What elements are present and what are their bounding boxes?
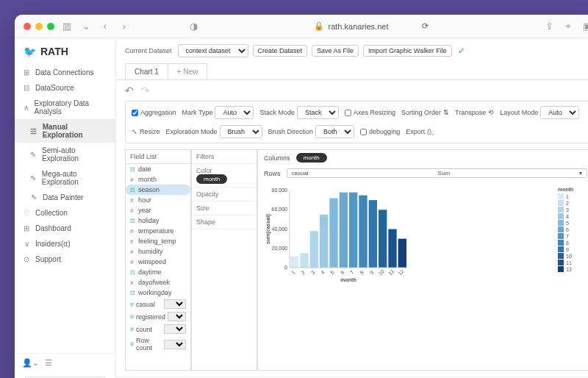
debugging-checkbox[interactable] bbox=[360, 129, 367, 135]
layoutmode-select[interactable]: Auto bbox=[540, 106, 579, 119]
rows-field[interactable]: casualSum▾ bbox=[287, 168, 587, 178]
sidebar-item-support[interactable]: ⊙Support bbox=[15, 252, 115, 267]
reload-icon[interactable]: ⟳ bbox=[422, 21, 429, 31]
filters-shelf[interactable]: Filters bbox=[192, 150, 257, 164]
sort-icon[interactable]: ⇅ bbox=[443, 109, 449, 116]
address-bar[interactable]: 🔒 rath.kanaries.net ⟳ bbox=[206, 21, 537, 31]
sidebar-item-datasource[interactable]: ⊟DataSource bbox=[15, 80, 115, 96]
import-walker-button[interactable]: Import Graphic Walker File bbox=[363, 45, 452, 57]
svg-rect-15 bbox=[340, 193, 348, 268]
save-as-file-button[interactable]: Save As File bbox=[312, 45, 359, 57]
explmode-select[interactable]: Brush bbox=[220, 125, 262, 138]
field-temperature[interactable]: #temperature bbox=[126, 226, 190, 236]
nav-icon: ⊞ bbox=[22, 68, 31, 76]
sidebar-item-mega-auto-exploration[interactable]: ✎Mega-auto Exploration bbox=[15, 166, 115, 190]
field-humidity[interactable]: #humidity bbox=[126, 246, 190, 257]
lock-icon: 🔒 bbox=[314, 21, 324, 31]
field-dayofweek[interactable]: #dayofweek bbox=[126, 277, 190, 288]
rows-label: Rows bbox=[264, 170, 281, 177]
sidebar-item-collection[interactable]: ♡Collection bbox=[15, 205, 115, 221]
nav-icon: ♡ bbox=[22, 209, 31, 217]
svg-text:10: 10 bbox=[378, 268, 386, 277]
svg-text:month: month bbox=[340, 277, 356, 282]
tabs-icon[interactable]: ▣ bbox=[581, 20, 588, 33]
svg-text:9: 9 bbox=[369, 269, 375, 275]
bar-chart[interactable]: 020,00040,00060,00080,000123456789101112… bbox=[264, 187, 552, 364]
columns-pill[interactable]: month bbox=[296, 153, 327, 163]
svg-text:20,000: 20,000 bbox=[272, 246, 288, 251]
field-date[interactable]: ⊡date bbox=[126, 164, 190, 174]
sidebar-item-insiders-[interactable]: ∨Insiders(α) bbox=[15, 236, 115, 252]
opacity-shelf[interactable]: Opacity bbox=[192, 188, 257, 202]
color-pill[interactable]: month bbox=[196, 174, 227, 184]
create-dataset-button[interactable]: Create Dataset bbox=[253, 45, 308, 57]
measure-casual[interactable]: #casual bbox=[126, 298, 190, 310]
field-list-panel: Field List ⊡date#month⊡season#hour#year⊡… bbox=[125, 149, 191, 371]
dataset-select[interactable]: context dataset bbox=[178, 44, 248, 57]
close-window-button[interactable] bbox=[24, 23, 31, 30]
aggregation-checkbox[interactable] bbox=[132, 110, 138, 116]
svg-text:3: 3 bbox=[310, 269, 316, 275]
svg-text:sum(casual): sum(casual) bbox=[265, 214, 271, 244]
field-hour[interactable]: #hour bbox=[126, 195, 190, 205]
axes-resizing-checkbox[interactable] bbox=[345, 110, 351, 116]
minimize-window-button[interactable] bbox=[35, 23, 43, 30]
tab-new[interactable]: + New bbox=[168, 63, 208, 79]
back-button[interactable]: ‹ bbox=[98, 20, 112, 33]
forward-button[interactable]: › bbox=[118, 20, 131, 33]
sidebar-item-data-connections[interactable]: ⊞Data Connections bbox=[15, 65, 115, 80]
tab-chart1[interactable]: Chart 1 bbox=[125, 63, 168, 79]
nav-icon: ⊞ bbox=[22, 224, 31, 232]
measure-registered[interactable]: #registered bbox=[126, 310, 190, 323]
field-winspeed[interactable]: #winspeed bbox=[126, 257, 190, 267]
sidebar-toggle-icon[interactable]: ▥ bbox=[60, 20, 74, 33]
field-season[interactable]: ⊡season bbox=[126, 185, 190, 195]
svg-rect-13 bbox=[329, 199, 337, 268]
svg-rect-25 bbox=[388, 229, 396, 268]
undo-button[interactable]: ↶ bbox=[125, 85, 134, 96]
dropdown-icon[interactable]: ⌄ bbox=[79, 20, 93, 33]
user-icon[interactable]: 👤⌄ bbox=[22, 358, 39, 368]
redo-button[interactable]: ↷ bbox=[141, 85, 150, 96]
field-holiday[interactable]: ⊡holiday bbox=[126, 215, 190, 226]
brushdir-select[interactable]: Both bbox=[315, 125, 354, 138]
svg-rect-11 bbox=[320, 215, 328, 268]
transpose-icon[interactable]: ⟲ bbox=[488, 109, 494, 116]
sidebar-item-dashboard[interactable]: ⊞Dashboard bbox=[15, 221, 115, 236]
field-feeling_temp[interactable]: #feeling_temp bbox=[126, 236, 190, 246]
share-icon[interactable]: ⇪ bbox=[542, 20, 556, 33]
nav-icon: ⊟ bbox=[22, 84, 31, 92]
svg-text:12: 12 bbox=[397, 268, 405, 277]
export-icon[interactable]: ⎙⌄ bbox=[427, 128, 434, 135]
shape-shelf[interactable]: Shape bbox=[192, 215, 257, 229]
measure-count[interactable]: #count bbox=[126, 323, 190, 335]
titlebar: ▥ ⌄ ‹ › ◑ 🔒 rath.kanaries.net ⟳ ⇪ + ▣ bbox=[15, 15, 588, 38]
settings-icon[interactable]: ☰ bbox=[45, 358, 52, 368]
field-list-title: Field List bbox=[126, 150, 190, 164]
field-year[interactable]: #year bbox=[126, 205, 190, 215]
measure-row-count[interactable]: #Row count bbox=[126, 335, 190, 353]
new-tab-icon[interactable]: + bbox=[562, 20, 575, 33]
maximize-window-button[interactable] bbox=[47, 23, 54, 30]
size-shelf[interactable]: Size bbox=[192, 202, 257, 215]
legend: month123456789101112 bbox=[558, 187, 587, 364]
field-workingday[interactable]: ⊡workingday bbox=[126, 288, 190, 298]
nav-icon: ✎ bbox=[29, 151, 37, 159]
svg-rect-19 bbox=[359, 196, 367, 268]
shield-icon[interactable]: ◑ bbox=[187, 20, 200, 33]
svg-rect-9 bbox=[310, 231, 318, 268]
nav-icon: ∨ bbox=[22, 240, 31, 248]
sidebar-item-exploratory-data-analysis[interactable]: ∧Exploratory Data Analysis bbox=[15, 96, 115, 119]
svg-rect-5 bbox=[290, 256, 298, 268]
sidebar-item-data-painter[interactable]: ✎Data Painter bbox=[15, 190, 115, 205]
field-daytime[interactable]: ⊡daytime bbox=[126, 267, 190, 277]
nav-icon: ∧ bbox=[22, 104, 30, 112]
color-shelf[interactable]: Color month bbox=[192, 164, 257, 188]
sidebar-item-semi-auto-exploration[interactable]: ✎Semi-auto Exploration bbox=[15, 143, 115, 166]
resize-icon[interactable]: ⤡ bbox=[132, 128, 137, 135]
nav-icon: ☰ bbox=[29, 127, 38, 135]
marktype-select[interactable]: Auto bbox=[215, 106, 254, 119]
field-month[interactable]: #month bbox=[126, 174, 190, 185]
sidebar-item-manual-exploration[interactable]: ☰Manual Exploration bbox=[15, 119, 115, 143]
stackmode-select[interactable]: Stack bbox=[297, 106, 339, 119]
